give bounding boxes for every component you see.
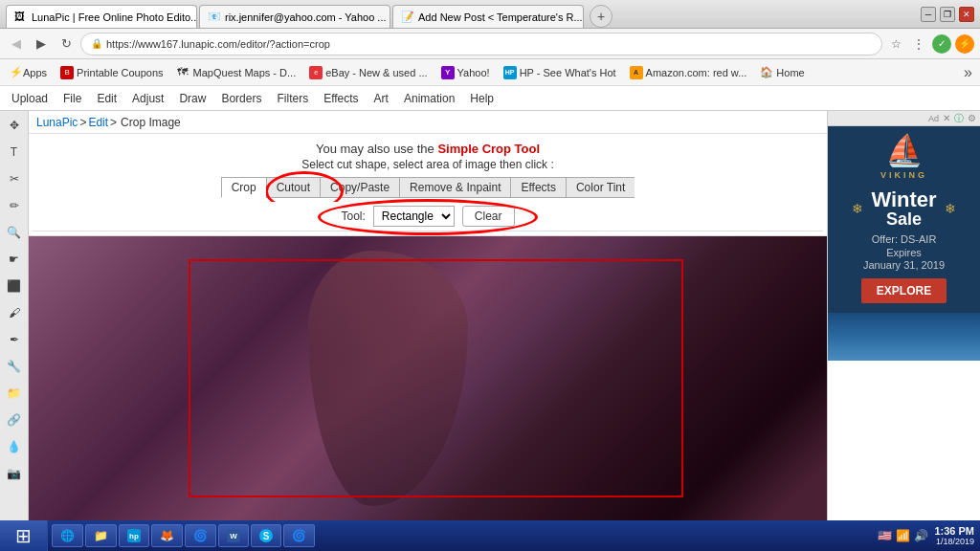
taskbar-ie-icon: 🌐: [60, 529, 75, 542]
taskbar-firefox[interactable]: 🦊: [151, 524, 183, 547]
taskbar-chrome[interactable]: 🌀: [185, 524, 216, 547]
tool-zoom[interactable]: 🔍: [4, 222, 25, 243]
tool-select[interactable]: Rectangle Oval Triangle Lasso: [373, 206, 455, 227]
back-button[interactable]: ◀: [6, 33, 27, 55]
tool-paint[interactable]: 🖌: [4, 302, 25, 323]
tool-cut[interactable]: ✂: [4, 168, 25, 189]
ad-explore-button[interactable]: EXPLORE: [861, 278, 947, 303]
tab-remove[interactable]: Remove & Inpaint: [399, 177, 510, 198]
breadcrumb-edit[interactable]: Edit: [88, 116, 108, 129]
address-bar[interactable]: 🔒 https://www167.lunapic.com/editor/?act…: [80, 33, 882, 55]
taskbar-start-button[interactable]: ⊞: [0, 520, 48, 551]
tab-copypaste[interactable]: Copy/Paste: [320, 177, 399, 198]
taskbar-hp-icon: hp: [127, 529, 141, 542]
tab-strip: 🖼 LunaPic | Free Online Photo Edito... ×…: [6, 0, 913, 28]
bookmark-mapquest-icon: 🗺: [177, 66, 190, 79]
menu-edit[interactable]: Edit: [89, 89, 124, 108]
taskbar-firefox-icon: 🦊: [160, 529, 174, 542]
tool-select[interactable]: ☛: [4, 249, 25, 270]
window-controls: ─ ❐ ✕: [921, 7, 974, 22]
tool-dropper[interactable]: 💧: [4, 436, 25, 457]
breadcrumb: LunaPic > Edit > Crop Image: [29, 111, 827, 134]
clear-button[interactable]: Clear: [462, 206, 515, 227]
tab-effects[interactable]: Effects: [510, 177, 565, 198]
ad-close-icon[interactable]: ✕: [943, 113, 950, 123]
taskbar-skype[interactable]: S: [251, 524, 281, 547]
instruction-line2: Select cut shape, select area of image t…: [33, 158, 823, 171]
bookmark-coupons[interactable]: B Printable Coupons: [55, 64, 169, 81]
tool-rect[interactable]: ⬛: [4, 276, 25, 297]
tool-text[interactable]: T: [4, 142, 25, 163]
ad-header: Ad ✕ ⓘ ⚙: [828, 111, 980, 126]
menu-adjust[interactable]: Adjust: [124, 89, 171, 108]
title-bar: 🖼 LunaPic | Free Online Photo Edito... ×…: [0, 0, 980, 29]
breadcrumb-sep2: >: [110, 116, 117, 129]
canvas-image[interactable]: [29, 236, 827, 520]
tool-settings[interactable]: 🔧: [4, 356, 25, 377]
menu-help[interactable]: Help: [462, 89, 501, 108]
tool-pen[interactable]: ✒: [4, 329, 25, 350]
bookmark-apps[interactable]: ⚡ Apps: [4, 64, 53, 80]
bookmark-ebay-label: eBay - New & used ...: [325, 67, 427, 78]
menu-effects[interactable]: Effects: [316, 89, 366, 108]
taskbar-hp[interactable]: hp: [119, 524, 149, 547]
breadcrumb-lunapic[interactable]: LunaPic: [36, 116, 78, 129]
ad-headline-block: Winter Sale: [871, 189, 936, 228]
refresh-button[interactable]: ↻: [56, 33, 77, 55]
bookmark-home[interactable]: 🏠 Home: [754, 64, 810, 80]
nav-more-button[interactable]: ⋮: [909, 34, 928, 54]
bookmark-star-button[interactable]: ☆: [886, 34, 905, 54]
taskbar-clock: 1:36 PM 1/18/2019: [934, 525, 974, 546]
ad-info-icon[interactable]: ⓘ: [954, 112, 964, 125]
bookmark-mapquest[interactable]: 🗺 MapQuest Maps - D...: [171, 64, 302, 81]
bookmark-home-label: Home: [776, 67, 804, 78]
new-tab-button[interactable]: +: [590, 5, 612, 28]
tab-title-lunapic: LunaPic | Free Online Photo Edito...: [32, 11, 197, 23]
menu-file[interactable]: File: [56, 89, 89, 108]
clock-time: 1:36 PM: [934, 525, 974, 537]
taskbar-word[interactable]: W: [218, 524, 249, 547]
tab-crop[interactable]: Crop: [221, 177, 266, 198]
tool-pencil[interactable]: ✏: [4, 195, 25, 216]
bookmarks-more[interactable]: »: [960, 64, 976, 81]
tool-tabs: Crop Cutout Copy/Paste Remove & Inpaint …: [33, 177, 823, 198]
menu-draw[interactable]: Draw: [171, 89, 213, 108]
menu-filters[interactable]: Filters: [269, 89, 316, 108]
simple-crop-link[interactable]: Simple Crop Tool: [437, 142, 540, 156]
tab-wordpress[interactable]: 📝 Add New Post < Temperature's R... ×: [392, 5, 584, 28]
bookmark-hp[interactable]: HP HP - See What's Hot: [498, 64, 622, 81]
tab-cutout[interactable]: Cutout: [266, 177, 320, 198]
menu-art[interactable]: Art: [367, 89, 396, 108]
close-button[interactable]: ✕: [959, 7, 974, 22]
bookmark-amazon[interactable]: A Amazon.com: red w...: [624, 64, 753, 81]
menu-borders[interactable]: Borders: [213, 89, 269, 108]
canvas-container: [29, 236, 827, 520]
menu-animation[interactable]: Animation: [396, 89, 462, 108]
menu-upload[interactable]: Upload: [4, 89, 56, 108]
ad-winter-section: ❄ Winter Sale ❄ Offer: DS-AIR Expires Ja…: [828, 180, 980, 313]
bookmark-ebay[interactable]: e eBay - New & used ...: [303, 64, 433, 81]
tab-colortint[interactable]: Color Tint: [566, 177, 635, 198]
tool-move[interactable]: ✥: [4, 115, 25, 136]
taskbar-skype-icon: S: [259, 529, 273, 542]
tool-camera[interactable]: 📷: [4, 463, 25, 484]
tool-folder[interactable]: 📁: [4, 383, 25, 404]
bookmark-yahoo[interactable]: Y Yahoo!: [435, 64, 496, 81]
ad-gear-icon[interactable]: ⚙: [968, 113, 976, 123]
taskbar-chrome2[interactable]: 🌀: [283, 524, 315, 547]
ad-sidebar: Ad ✕ ⓘ ⚙ ⛵ VIKING ❄ Winter Sale ❄: [827, 111, 980, 520]
forward-button[interactable]: ▶: [31, 33, 52, 55]
viking-brand: VIKING: [832, 170, 976, 180]
viking-ship-icon: ⛵: [832, 132, 976, 168]
ad-sea-bg: [828, 313, 980, 361]
taskbar-explorer[interactable]: 📁: [85, 524, 117, 547]
restore-button[interactable]: ❐: [940, 7, 955, 22]
tab-yahoo[interactable]: 📧 rix.jennifer@yahoo.com - Yahoo ... ×: [199, 5, 390, 28]
taskbar-ie[interactable]: 🌐: [52, 524, 83, 547]
minimize-button[interactable]: ─: [921, 7, 936, 22]
lock-icon: 🔒: [91, 38, 102, 49]
tool-link[interactable]: 🔗: [4, 409, 25, 430]
taskbar: ⊞ 🌐 📁 hp 🦊 🌀 W S 🌀 🇺🇸 📶 🔊: [0, 520, 980, 551]
windows-logo-icon: ⊞: [15, 524, 32, 547]
tab-lunapic[interactable]: 🖼 LunaPic | Free Online Photo Edito... ×: [6, 5, 197, 28]
